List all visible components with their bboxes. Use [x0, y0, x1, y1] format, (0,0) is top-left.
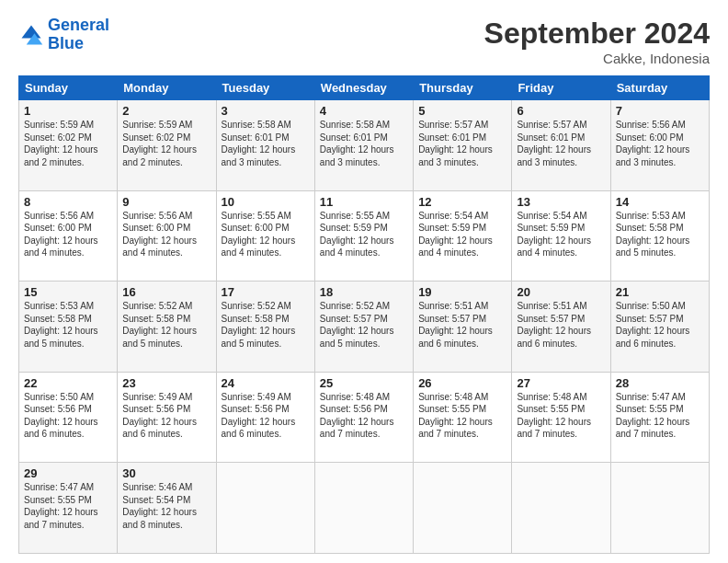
- day-cell: 15Sunrise: 5:53 AM Sunset: 5:58 PM Dayli…: [19, 282, 118, 373]
- logo-line1: General: [48, 16, 109, 34]
- day-cell: 13Sunrise: 5:54 AM Sunset: 5:59 PM Dayli…: [512, 190, 610, 282]
- day-cell: 2Sunrise: 5:59 AM Sunset: 6:02 PM Daylig…: [118, 100, 216, 191]
- day-number: 28: [616, 376, 704, 390]
- day-number: 12: [418, 195, 506, 209]
- day-info: Sunrise: 5:46 AM Sunset: 5:54 PM Dayligh…: [122, 481, 210, 531]
- day-cell: [216, 463, 314, 554]
- weekday-header-friday: Friday: [512, 76, 610, 100]
- day-number: 19: [418, 285, 506, 299]
- day-number: 14: [616, 195, 704, 209]
- day-info: Sunrise: 5:57 AM Sunset: 6:01 PM Dayligh…: [418, 119, 506, 168]
- day-number: 5: [418, 104, 506, 118]
- day-cell: 1Sunrise: 5:59 AM Sunset: 6:02 PM Daylig…: [19, 100, 118, 191]
- day-number: 7: [616, 104, 704, 118]
- day-number: 21: [616, 285, 704, 299]
- day-cell: 26Sunrise: 5:48 AM Sunset: 5:55 PM Dayli…: [414, 372, 512, 463]
- day-info: Sunrise: 5:48 AM Sunset: 5:55 PM Dayligh…: [418, 391, 506, 441]
- day-info: Sunrise: 5:51 AM Sunset: 5:57 PM Dayligh…: [517, 300, 605, 350]
- day-number: 23: [122, 376, 210, 390]
- weekday-header-thursday: Thursday: [414, 76, 512, 100]
- weekday-header-row: SundayMondayTuesdayWednesdayThursdayFrid…: [19, 76, 710, 100]
- day-number: 27: [517, 376, 605, 390]
- day-number: 29: [24, 466, 112, 480]
- day-number: 18: [320, 285, 408, 299]
- day-number: 25: [320, 376, 408, 390]
- calendar-table: SundayMondayTuesdayWednesdayThursdayFrid…: [18, 75, 710, 554]
- day-number: 3: [222, 104, 310, 118]
- day-cell: 4Sunrise: 5:58 AM Sunset: 6:01 PM Daylig…: [314, 100, 413, 191]
- day-number: 30: [122, 466, 210, 480]
- day-info: Sunrise: 5:47 AM Sunset: 5:55 PM Dayligh…: [616, 391, 704, 441]
- day-info: Sunrise: 5:53 AM Sunset: 5:58 PM Dayligh…: [24, 300, 112, 350]
- day-cell: 12Sunrise: 5:54 AM Sunset: 5:59 PM Dayli…: [414, 190, 512, 282]
- day-cell: 17Sunrise: 5:52 AM Sunset: 5:58 PM Dayli…: [216, 282, 314, 373]
- logo-icon: [18, 22, 44, 48]
- day-cell: 24Sunrise: 5:49 AM Sunset: 5:56 PM Dayli…: [216, 372, 314, 463]
- week-row-5: 29Sunrise: 5:47 AM Sunset: 5:55 PM Dayli…: [19, 463, 710, 554]
- weekday-header-saturday: Saturday: [610, 76, 709, 100]
- day-cell: 18Sunrise: 5:52 AM Sunset: 5:57 PM Dayli…: [314, 282, 413, 373]
- day-number: 16: [122, 285, 210, 299]
- weekday-header-sunday: Sunday: [19, 76, 118, 100]
- day-info: Sunrise: 5:54 AM Sunset: 5:59 PM Dayligh…: [418, 210, 506, 259]
- day-cell: 27Sunrise: 5:48 AM Sunset: 5:55 PM Dayli…: [512, 372, 610, 463]
- day-number: 4: [320, 104, 408, 118]
- weekday-header-monday: Monday: [118, 76, 216, 100]
- day-info: Sunrise: 5:50 AM Sunset: 5:57 PM Dayligh…: [616, 300, 704, 350]
- logo: General Blue: [18, 17, 109, 53]
- day-info: Sunrise: 5:48 AM Sunset: 5:56 PM Dayligh…: [320, 391, 408, 441]
- day-info: Sunrise: 5:51 AM Sunset: 5:57 PM Dayligh…: [418, 300, 506, 350]
- day-info: Sunrise: 5:47 AM Sunset: 5:55 PM Dayligh…: [24, 481, 112, 531]
- day-number: 6: [517, 104, 605, 118]
- day-number: 13: [517, 195, 605, 209]
- day-info: Sunrise: 5:59 AM Sunset: 6:02 PM Dayligh…: [122, 119, 210, 168]
- day-cell: 3Sunrise: 5:58 AM Sunset: 6:01 PM Daylig…: [216, 100, 314, 191]
- header: General Blue September 2024 Cakke, Indon…: [18, 17, 710, 66]
- day-info: Sunrise: 5:52 AM Sunset: 5:58 PM Dayligh…: [222, 300, 310, 350]
- day-info: Sunrise: 5:50 AM Sunset: 5:56 PM Dayligh…: [24, 391, 112, 441]
- day-info: Sunrise: 5:58 AM Sunset: 6:01 PM Dayligh…: [320, 119, 408, 168]
- logo-text: General Blue: [48, 17, 109, 53]
- day-cell: 7Sunrise: 5:56 AM Sunset: 6:00 PM Daylig…: [610, 100, 709, 191]
- day-cell: 5Sunrise: 5:57 AM Sunset: 6:01 PM Daylig…: [414, 100, 512, 191]
- day-info: Sunrise: 5:49 AM Sunset: 5:56 PM Dayligh…: [122, 391, 210, 441]
- day-info: Sunrise: 5:48 AM Sunset: 5:55 PM Dayligh…: [517, 391, 605, 441]
- day-cell: 8Sunrise: 5:56 AM Sunset: 6:00 PM Daylig…: [19, 190, 118, 282]
- day-cell: 16Sunrise: 5:52 AM Sunset: 5:58 PM Dayli…: [118, 282, 216, 373]
- day-cell: 10Sunrise: 5:55 AM Sunset: 6:00 PM Dayli…: [216, 190, 314, 282]
- day-cell: 19Sunrise: 5:51 AM Sunset: 5:57 PM Dayli…: [414, 282, 512, 373]
- week-row-2: 8Sunrise: 5:56 AM Sunset: 6:00 PM Daylig…: [19, 190, 710, 282]
- weekday-header-wednesday: Wednesday: [314, 76, 413, 100]
- day-cell: 6Sunrise: 5:57 AM Sunset: 6:01 PM Daylig…: [512, 100, 610, 191]
- svg-marker-0: [22, 25, 41, 38]
- day-cell: 25Sunrise: 5:48 AM Sunset: 5:56 PM Dayli…: [314, 372, 413, 463]
- month-title: September 2024: [484, 17, 710, 51]
- day-number: 11: [320, 195, 408, 209]
- day-info: Sunrise: 5:56 AM Sunset: 6:00 PM Dayligh…: [616, 119, 704, 168]
- day-number: 17: [222, 285, 310, 299]
- day-number: 2: [122, 104, 210, 118]
- day-number: 10: [222, 195, 310, 209]
- day-info: Sunrise: 5:59 AM Sunset: 6:02 PM Dayligh…: [24, 119, 112, 168]
- day-number: 26: [418, 376, 506, 390]
- day-cell: 21Sunrise: 5:50 AM Sunset: 5:57 PM Dayli…: [610, 282, 709, 373]
- day-cell: [610, 463, 709, 554]
- day-info: Sunrise: 5:56 AM Sunset: 6:00 PM Dayligh…: [122, 210, 210, 259]
- day-info: Sunrise: 5:54 AM Sunset: 5:59 PM Dayligh…: [517, 210, 605, 259]
- day-cell: 28Sunrise: 5:47 AM Sunset: 5:55 PM Dayli…: [610, 372, 709, 463]
- day-number: 20: [517, 285, 605, 299]
- day-cell: [314, 463, 413, 554]
- day-cell: [414, 463, 512, 554]
- day-cell: 23Sunrise: 5:49 AM Sunset: 5:56 PM Dayli…: [118, 372, 216, 463]
- day-info: Sunrise: 5:52 AM Sunset: 5:57 PM Dayligh…: [320, 300, 408, 350]
- day-number: 1: [24, 104, 112, 118]
- location: Cakke, Indonesia: [484, 51, 710, 66]
- day-info: Sunrise: 5:56 AM Sunset: 6:00 PM Dayligh…: [24, 210, 112, 259]
- day-cell: 9Sunrise: 5:56 AM Sunset: 6:00 PM Daylig…: [118, 190, 216, 282]
- day-info: Sunrise: 5:58 AM Sunset: 6:01 PM Dayligh…: [222, 119, 310, 168]
- day-cell: 30Sunrise: 5:46 AM Sunset: 5:54 PM Dayli…: [118, 463, 216, 554]
- day-number: 15: [24, 285, 112, 299]
- logo-line2: Blue: [48, 34, 84, 52]
- title-area: September 2024 Cakke, Indonesia: [484, 17, 710, 66]
- weekday-header-tuesday: Tuesday: [216, 76, 314, 100]
